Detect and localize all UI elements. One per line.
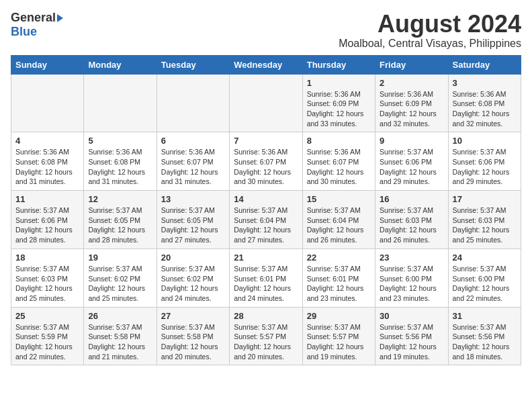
day-info-line: Sunset: 6:08 PM	[15, 157, 79, 167]
day-number: 16	[380, 194, 443, 204]
day-number: 23	[380, 253, 443, 263]
day-info-line: and 19 minutes.	[380, 352, 443, 362]
table-row: 16Sunrise: 5:37 AMSunset: 6:03 PMDayligh…	[375, 191, 448, 249]
day-info-line: Sunset: 6:04 PM	[234, 216, 298, 226]
day-info-line: Sunrise: 5:37 AM	[453, 264, 517, 274]
table-row: 10Sunrise: 5:37 AMSunset: 6:06 PMDayligh…	[448, 132, 521, 191]
day-info-line: and 31 minutes.	[88, 177, 152, 187]
day-number: 26	[88, 311, 152, 321]
table-row: 20Sunrise: 5:37 AMSunset: 6:02 PMDayligh…	[157, 248, 229, 307]
day-number: 9	[380, 136, 443, 146]
table-row: 2Sunrise: 5:36 AMSunset: 6:09 PMDaylight…	[375, 74, 448, 132]
day-info-line: and 20 minutes.	[234, 352, 298, 362]
day-info-line: Daylight: 12 hours	[161, 283, 225, 293]
day-info-line: Sunset: 6:09 PM	[307, 99, 371, 109]
day-info-line: Sunrise: 5:37 AM	[453, 322, 517, 332]
day-info-line: and 25 minutes.	[15, 293, 79, 304]
day-info-line: and 23 minutes.	[380, 293, 443, 304]
day-info-line: Sunset: 5:57 PM	[307, 332, 371, 342]
day-number: 17	[453, 194, 517, 204]
table-row: 28Sunrise: 5:37 AMSunset: 5:57 PMDayligh…	[230, 307, 302, 365]
day-number: 3	[453, 78, 517, 88]
day-info-line: Sunset: 6:02 PM	[88, 274, 152, 284]
calendar-week-row: 1Sunrise: 5:36 AMSunset: 6:09 PMDaylight…	[11, 74, 521, 132]
day-number: 15	[307, 194, 371, 204]
col-sunday: Sunday	[11, 55, 84, 74]
day-info-line: Sunrise: 5:37 AM	[161, 205, 225, 216]
table-row: 25Sunrise: 5:37 AMSunset: 5:59 PMDayligh…	[11, 307, 84, 365]
day-info-line: Sunrise: 5:37 AM	[15, 264, 79, 274]
table-row: 23Sunrise: 5:37 AMSunset: 6:00 PMDayligh…	[375, 248, 448, 307]
day-info-line: Sunrise: 5:37 AM	[88, 322, 152, 332]
day-info-line: and 23 minutes.	[307, 293, 371, 304]
day-info-line: Sunrise: 5:36 AM	[453, 89, 517, 99]
day-info-line: Sunrise: 5:37 AM	[453, 205, 517, 216]
day-info-line: Sunrise: 5:37 AM	[380, 147, 443, 157]
day-info-line: Daylight: 12 hours	[15, 283, 79, 293]
calendar-header-row: Sunday Monday Tuesday Wednesday Thursday…	[11, 55, 521, 74]
day-number: 27	[161, 311, 225, 321]
table-row: 29Sunrise: 5:37 AMSunset: 5:57 PMDayligh…	[302, 307, 375, 365]
day-info-line: Sunset: 6:02 PM	[161, 274, 225, 284]
day-info-line: Daylight: 12 hours	[161, 225, 225, 235]
day-info-line: and 22 minutes.	[15, 352, 79, 362]
day-info-line: Sunrise: 5:37 AM	[453, 147, 517, 157]
calendar-week-row: 18Sunrise: 5:37 AMSunset: 6:03 PMDayligh…	[11, 248, 521, 307]
day-number: 24	[453, 253, 517, 263]
day-info-line: Sunset: 6:06 PM	[380, 157, 443, 167]
day-info-line: Sunrise: 5:36 AM	[307, 89, 371, 99]
day-number: 1	[307, 78, 371, 88]
table-row: 12Sunrise: 5:37 AMSunset: 6:05 PMDayligh…	[84, 191, 157, 249]
day-number: 14	[234, 194, 298, 204]
day-info-line: Daylight: 12 hours	[453, 167, 517, 177]
day-info-line: Daylight: 12 hours	[15, 167, 79, 177]
day-number: 21	[234, 253, 298, 263]
day-number: 20	[161, 253, 225, 263]
day-info-line: and 29 minutes.	[453, 177, 517, 187]
table-row: 18Sunrise: 5:37 AMSunset: 6:03 PMDayligh…	[11, 248, 84, 307]
day-number: 2	[380, 78, 443, 88]
calendar-week-row: 4Sunrise: 5:36 AMSunset: 6:08 PMDaylight…	[11, 132, 521, 191]
day-info-line: Sunset: 6:09 PM	[380, 99, 443, 109]
day-info-line: and 21 minutes.	[88, 352, 152, 362]
day-info-line: Sunset: 6:06 PM	[453, 157, 517, 167]
day-info-line: and 24 minutes.	[234, 293, 298, 304]
day-info-line: Sunrise: 5:37 AM	[380, 205, 443, 216]
day-info-line: and 25 minutes.	[453, 235, 517, 245]
day-info-line: Daylight: 12 hours	[88, 225, 152, 235]
day-number: 12	[88, 194, 152, 204]
day-number: 18	[15, 253, 79, 263]
page-subtitle: Moalboal, Central Visayas, Philippines	[339, 38, 521, 50]
table-row: 19Sunrise: 5:37 AMSunset: 6:02 PMDayligh…	[84, 248, 157, 307]
day-info-line: Sunrise: 5:37 AM	[88, 264, 152, 274]
day-info-line: Sunrise: 5:37 AM	[307, 205, 371, 216]
day-number: 13	[161, 194, 225, 204]
col-saturday: Saturday	[448, 55, 521, 74]
calendar-week-row: 11Sunrise: 5:37 AMSunset: 6:06 PMDayligh…	[11, 191, 521, 249]
day-info-line: Sunrise: 5:37 AM	[88, 205, 152, 216]
day-info-line: Sunset: 6:03 PM	[380, 216, 443, 226]
day-info-line: Daylight: 12 hours	[380, 342, 443, 352]
col-tuesday: Tuesday	[157, 55, 229, 74]
day-info-line: Daylight: 12 hours	[453, 342, 517, 352]
day-number: 11	[15, 194, 79, 204]
day-info-line: Daylight: 12 hours	[453, 225, 517, 235]
day-info-line: and 30 minutes.	[307, 177, 371, 187]
day-info-line: Daylight: 12 hours	[88, 283, 152, 293]
day-info-line: Daylight: 12 hours	[307, 109, 371, 119]
table-row: 4Sunrise: 5:36 AMSunset: 6:08 PMDaylight…	[11, 132, 84, 191]
day-number: 8	[307, 136, 371, 146]
day-info-line: Sunrise: 5:37 AM	[307, 264, 371, 274]
day-info-line: and 32 minutes.	[380, 119, 443, 129]
day-info-line: Sunset: 6:05 PM	[161, 216, 225, 226]
day-info-line: Sunrise: 5:37 AM	[161, 264, 225, 274]
day-info-line: Sunset: 6:07 PM	[161, 157, 225, 167]
day-info-line: and 28 minutes.	[88, 235, 152, 245]
day-info-line: Sunrise: 5:37 AM	[307, 322, 371, 332]
day-info-line: Sunrise: 5:36 AM	[380, 89, 443, 99]
day-info-line: Sunset: 5:59 PM	[15, 332, 79, 342]
table-row: 1Sunrise: 5:36 AMSunset: 6:09 PMDaylight…	[302, 74, 375, 132]
day-info-line: and 26 minutes.	[307, 235, 371, 245]
day-info-line: Sunset: 6:00 PM	[380, 274, 443, 284]
table-row: 15Sunrise: 5:37 AMSunset: 6:04 PMDayligh…	[302, 191, 375, 249]
